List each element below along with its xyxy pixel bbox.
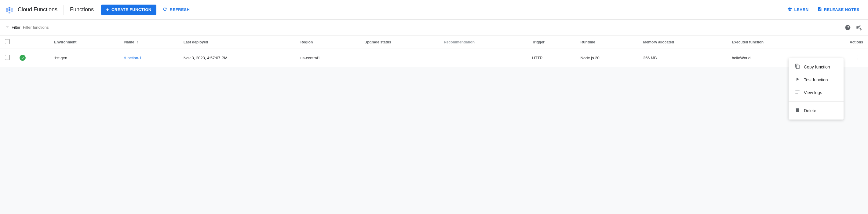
columns-button[interactable] bbox=[855, 23, 863, 32]
refresh-icon bbox=[162, 7, 167, 12]
header-upgrade-status: Upgrade status bbox=[360, 35, 439, 49]
filter-bar-right bbox=[843, 23, 863, 32]
row-name: function-1 bbox=[119, 49, 179, 67]
logo-area: Cloud Functions bbox=[5, 5, 64, 15]
sort-asc-icon: ↑ bbox=[136, 40, 138, 44]
svg-rect-2 bbox=[8, 7, 10, 8]
help-button[interactable] bbox=[843, 23, 852, 32]
header-last-deployed: Last deployed bbox=[179, 35, 296, 49]
header-memory-allocated: Memory allocated bbox=[638, 35, 727, 49]
header-runtime: Runtime bbox=[576, 35, 638, 49]
header-recommendation: Recommendation bbox=[439, 35, 527, 49]
svg-rect-4 bbox=[8, 11, 10, 14]
row-environment: 1st gen bbox=[49, 49, 119, 67]
header-executed-function: Executed function bbox=[727, 35, 817, 49]
row-runtime: Node.js 20 bbox=[576, 49, 638, 67]
release-notes-button[interactable]: RELEASE NOTES bbox=[814, 4, 863, 15]
page-title: Functions bbox=[70, 6, 94, 13]
header-name[interactable]: Name ↑ bbox=[119, 35, 179, 49]
header-trigger: Trigger bbox=[527, 35, 576, 49]
filter-bar: Filter bbox=[0, 20, 868, 35]
release-notes-icon bbox=[817, 7, 822, 12]
row-status bbox=[15, 49, 49, 67]
header-environment: Environment bbox=[49, 35, 119, 49]
row-upgrade-status bbox=[360, 49, 439, 67]
cloud-functions-icon bbox=[5, 5, 15, 15]
top-bar-right: LEARN RELEASE NOTES bbox=[784, 4, 863, 15]
table-container: Environment Name ↑ Last deployed Region … bbox=[0, 35, 868, 67]
learn-button[interactable]: LEARN bbox=[784, 4, 812, 15]
status-success-icon bbox=[20, 55, 26, 61]
refresh-button[interactable]: REFRESH bbox=[159, 4, 194, 15]
row-actions-button[interactable]: ⋮ bbox=[853, 53, 863, 62]
copy-function-label: Copy function bbox=[804, 64, 830, 67]
row-checkbox-cell bbox=[0, 49, 15, 67]
filter-icon bbox=[5, 24, 10, 30]
header-checkbox-cell bbox=[0, 35, 15, 49]
row-last-deployed: Nov 3, 2023, 4:57:07 PM bbox=[179, 49, 296, 67]
row-memory-allocated: 256 MB bbox=[638, 49, 727, 67]
learn-icon bbox=[787, 7, 792, 12]
header-region: Region bbox=[296, 35, 360, 49]
svg-rect-3 bbox=[8, 9, 10, 11]
svg-rect-5 bbox=[11, 8, 13, 10]
svg-rect-0 bbox=[6, 8, 8, 10]
app-name: Cloud Functions bbox=[18, 6, 57, 13]
row-trigger: HTTP bbox=[527, 49, 576, 67]
table-row: 1st gen function-1 Nov 3, 2023, 4:57:07 … bbox=[0, 49, 868, 67]
row-region: us-central1 bbox=[296, 49, 360, 67]
header-actions: Actions bbox=[817, 35, 868, 49]
table-header-row: Environment Name ↑ Last deployed Region … bbox=[0, 35, 868, 49]
svg-rect-6 bbox=[11, 10, 13, 12]
plus-icon: + bbox=[106, 7, 109, 12]
copy-function-menu-item[interactable]: Copy function bbox=[788, 60, 843, 67]
filter-input[interactable] bbox=[23, 25, 841, 30]
row-recommendation bbox=[439, 49, 527, 67]
function-name-link[interactable]: function-1 bbox=[124, 56, 142, 60]
create-function-button[interactable]: + CREATE FUNCTION bbox=[101, 5, 156, 15]
context-menu: Copy function Test function View logs De… bbox=[788, 58, 843, 67]
row-checkbox[interactable] bbox=[5, 55, 10, 60]
copy-icon bbox=[795, 63, 800, 67]
select-all-checkbox[interactable] bbox=[5, 39, 10, 44]
functions-table: Environment Name ↑ Last deployed Region … bbox=[0, 35, 868, 67]
filter-button[interactable]: Filter bbox=[5, 24, 21, 30]
svg-rect-1 bbox=[6, 10, 8, 12]
header-status bbox=[15, 35, 49, 49]
top-bar: Cloud Functions Functions + CREATE FUNCT… bbox=[0, 0, 868, 20]
